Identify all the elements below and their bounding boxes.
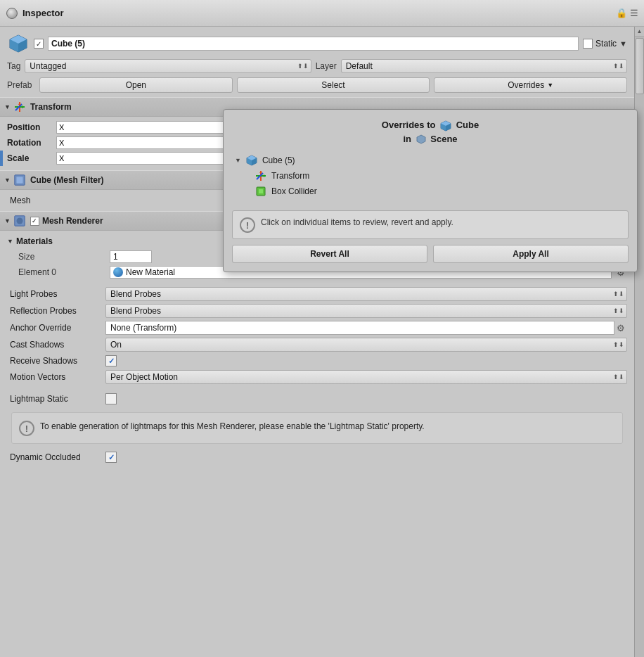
layer-arrow-icon: ⬆⬇ <box>613 63 624 70</box>
cast-shadows-row: Cast Shadows On ⬆⬇ <box>7 336 627 353</box>
svg-marker-7 <box>18 102 21 105</box>
tree-transform-label: Transform <box>271 171 309 181</box>
bottom-spacer <box>0 468 634 496</box>
static-checkbox[interactable] <box>583 39 593 49</box>
reflection-probes-select-wrapper: Blend Probes ⬆⬇ <box>105 304 627 318</box>
object-name-field[interactable]: Cube (5) <box>48 37 579 51</box>
popup-cube-icon <box>439 120 452 132</box>
title-bar: Inspector 🔒 ☰ <box>0 0 644 27</box>
overrides-popup: Overrides to Cube in Scene ▼ <box>223 109 638 272</box>
svg-marker-8 <box>22 106 25 108</box>
popup-title-line1: Overrides to <box>382 120 436 130</box>
popup-info-icon: ! <box>240 217 255 233</box>
tree-transform-icon <box>255 170 267 182</box>
reflection-probes-select[interactable]: Blend Probes <box>105 304 627 318</box>
dynamic-occluded-checkbox[interactable] <box>105 452 117 463</box>
popup-tree-children: Transform Box Collider <box>235 170 626 198</box>
lock-icon[interactable]: 🔒 <box>616 8 627 18</box>
scale-label: Scale <box>7 153 56 163</box>
svg-rect-28 <box>259 189 263 193</box>
tag-select[interactable]: Untagged ⬆⬇ <box>25 59 311 73</box>
window-title: Inspector <box>22 8 616 18</box>
dynamic-occluded-label: Dynamic Occluded <box>7 452 105 462</box>
inspector-icon <box>6 7 18 20</box>
popup-title: Overrides to Cube in Scene <box>224 110 637 150</box>
tree-transform-item[interactable]: Transform <box>255 170 626 182</box>
position-x[interactable] <box>56 121 245 134</box>
static-label: Static <box>595 39 617 49</box>
light-probes-row: Light Probes Blend Probes ⬆⬇ <box>7 286 627 302</box>
layer-select[interactable]: Default ⬆⬇ <box>341 59 627 73</box>
material-sphere-icon <box>113 267 123 277</box>
static-dropdown-arrow[interactable]: ▼ <box>619 39 627 48</box>
popup-info-box: ! Click on individual items to review, r… <box>232 210 629 239</box>
lightmap-info-box: ! To enable generation of lightmaps for … <box>11 412 623 444</box>
popup-scene-icon <box>416 134 427 145</box>
svg-marker-25 <box>259 171 262 173</box>
transform-title: Transform <box>30 102 72 112</box>
cast-shadows-select-wrapper: On ⬆⬇ <box>105 338 627 352</box>
motion-vectors-label: Motion Vectors <box>7 372 105 382</box>
popup-tree-cube-item: ▼ Cube (5) <box>235 154 626 167</box>
menu-icon[interactable]: ☰ <box>630 8 638 18</box>
mesh-renderer-checkbox[interactable]: ✓ <box>30 217 39 226</box>
select-button[interactable]: Select <box>237 77 430 93</box>
light-probes-value: Blend Probes <box>110 289 161 299</box>
tag-select-wrapper: Untagged ⬆⬇ <box>25 59 311 73</box>
overrides-button[interactable]: Overrides ▼ <box>434 77 627 93</box>
popup-scene-label: Scene <box>430 134 457 144</box>
scale-x[interactable] <box>56 152 245 165</box>
size-value[interactable]: 1 <box>110 250 152 263</box>
tree-box-collider-icon <box>255 185 267 198</box>
scroll-up-button[interactable]: ▲ <box>635 27 644 37</box>
title-controls: 🔒 ☰ <box>616 8 638 18</box>
position-label: Position <box>7 122 56 132</box>
lightmap-static-row: Lightmap Static <box>7 391 627 407</box>
mesh-renderer-collapse-icon: ▼ <box>4 217 11 224</box>
light-probes-select[interactable]: Blend Probes <box>105 287 627 301</box>
mesh-filter-collapse-icon: ▼ <box>4 177 11 184</box>
cast-shadows-label: Cast Shadows <box>7 340 105 350</box>
mesh-renderer-props: Light Probes Blend Probes ⬆⬇ Reflection … <box>0 283 634 468</box>
materials-collapse-icon: ▼ <box>7 238 13 245</box>
mesh-renderer-title: Mesh Renderer <box>42 216 103 226</box>
popup-tree: ▼ Cube (5) <box>224 150 637 205</box>
tree-box-collider-item[interactable]: Box Collider <box>255 185 626 198</box>
tree-cube-icon <box>245 154 258 167</box>
svg-marker-17 <box>417 135 425 143</box>
layer-label: Layer <box>316 61 337 71</box>
transform-icon <box>13 101 26 113</box>
light-probes-label: Light Probes <box>7 289 105 299</box>
object-active-checkbox[interactable] <box>34 39 44 49</box>
receive-shadows-label: Receive Shadows <box>7 356 105 366</box>
popup-cube-label: Cube <box>456 120 479 130</box>
motion-vectors-select[interactable]: Per Object Motion <box>105 370 627 384</box>
anchor-override-row: Anchor Override None (Transform) ⚙ <box>7 319 627 336</box>
scrollbar-thumb[interactable] <box>636 38 644 94</box>
object-name-row: Cube (5) Static ▼ <box>7 32 627 55</box>
cast-shadows-select[interactable]: On <box>105 338 627 352</box>
size-label: Size <box>18 252 110 262</box>
lightmap-static-checkbox[interactable] <box>105 393 117 404</box>
mesh-filter-icon <box>13 174 26 186</box>
popup-info-text: Click on individual items to review, rev… <box>261 217 453 229</box>
scale-indicator-bar <box>0 151 3 166</box>
anchor-override-field[interactable]: None (Transform) <box>105 321 614 335</box>
rotation-label: Rotation <box>7 138 56 148</box>
prefab-row: Prefab Open Select Overrides ▼ <box>7 77 627 93</box>
anchor-override-value: None (Transform) <box>110 323 176 333</box>
object-icon <box>7 32 30 55</box>
light-probes-select-wrapper: Blend Probes ⬆⬇ <box>105 287 627 301</box>
revert-all-button[interactable]: Revert All <box>232 245 427 263</box>
mesh-filter-title: Cube (Mesh Filter) <box>30 175 104 185</box>
apply-all-button[interactable]: Apply All <box>433 245 629 263</box>
anchor-override-gear-icon[interactable]: ⚙ <box>614 321 627 334</box>
receive-shadows-checkbox[interactable] <box>105 355 117 366</box>
header-section: Cube (5) Static ▼ Tag Untagged ⬆⬇ <box>0 27 634 97</box>
tag-value: Untagged <box>30 61 66 71</box>
tag-arrow-icon: ⬆⬇ <box>297 63 309 70</box>
motion-vectors-value: Per Object Motion <box>110 372 178 382</box>
tag-layer-row: Tag Untagged ⬆⬇ Layer Default ⬆⬇ <box>7 59 627 73</box>
open-button[interactable]: Open <box>39 77 233 93</box>
rotation-x[interactable] <box>56 136 245 149</box>
